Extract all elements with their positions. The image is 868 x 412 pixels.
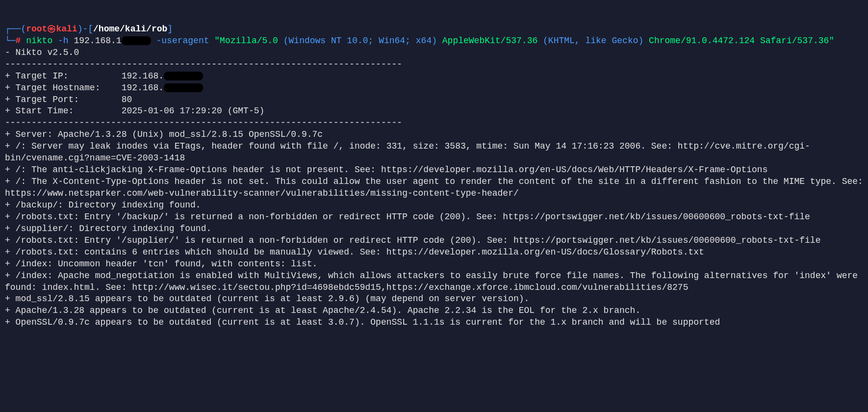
out-backup: + /backup/: Directory indexing found. — [5, 200, 201, 210]
out-xcontent: + /: The X-Content-Type-Options header i… — [5, 177, 868, 198]
out-supplier: + /supplier/: Directory indexing found. — [5, 224, 211, 233]
out-etag: + /: Server may leak inodes via ETags, h… — [5, 141, 810, 163]
out-modssl: + mod_ssl/2.8.15 appears to be outdated … — [5, 294, 529, 304]
out-start: + Start Time: 2025-01-06 17:29:20 (GMT-5… — [5, 106, 264, 116]
out-robots-entries: + /robots.txt: contains 6 entries which … — [5, 247, 704, 257]
cmd-ua-p1: (Windows NT 10.0; Win64; x64) — [283, 36, 437, 46]
redacted-tip — [164, 72, 203, 80]
out-div1: ----------------------------------------… — [5, 59, 402, 69]
cmd-ip: 192.168.1 — [74, 36, 121, 46]
out-apache: + Apache/1.3.28 appears to be outdated (… — [5, 306, 640, 315]
out-version: - Nikto v2.5.0 — [5, 48, 79, 57]
out-tport: + Target Port: 80 — [5, 95, 132, 104]
out-thost-val: 192.168. — [122, 83, 164, 93]
out-server: + Server: Apache/1.3.28 (Unix) mod_ssl/2… — [5, 129, 323, 139]
out-robots-backup: + /robots.txt: Entry '/backup/' is retur… — [5, 212, 810, 222]
prompt-user: root — [26, 24, 47, 34]
cmd-ua-3: Chrome/91.0.4472.124 Safari/537.36" — [643, 36, 834, 46]
out-index-tcn: + /index: Uncommon header 'tcn' found, w… — [5, 259, 317, 269]
out-tip-label: + Target IP: — [5, 71, 122, 81]
cmd-tool: nikto — [26, 36, 52, 46]
cmd-ua-p2: (KHTML, like Gecko) — [543, 36, 643, 46]
out-div2: ----------------------------------------… — [5, 118, 402, 128]
cmd-flag-ua: -useragent — [151, 36, 215, 46]
prompt-box-start: ┌──( — [5, 24, 26, 34]
out-xframe: + /: The anti-clickjacking X-Frame-Optio… — [5, 165, 767, 175]
prompt-host: kali — [56, 24, 77, 34]
terminal-output[interactable]: ┌──(root㉿kali)-[/home/kali/rob] └─# nikt… — [5, 24, 863, 329]
redacted-thost — [164, 83, 203, 92]
prompt-bracket: ] — [167, 24, 173, 34]
prompt-hash: # — [16, 36, 26, 46]
cmd-flag-h: -h — [52, 36, 74, 46]
cmd-ua-1: "Mozilla/5.0 — [214, 36, 283, 46]
cmd-ua-2: AppleWebKit/537.36 — [437, 36, 543, 46]
out-thost-label: + Target Hostname: — [5, 83, 122, 93]
out-index-neg: + /index: Apache mod_negotiation is enab… — [5, 271, 863, 292]
out-robots-supplier: + /robots.txt: Entry '/supplier/' is ret… — [5, 235, 820, 245]
out-tip-val: 192.168. — [122, 71, 164, 81]
prompt-at: ㉿ — [47, 24, 56, 34]
prompt-path: /home/kali/rob — [93, 24, 167, 34]
prompt-line2: └─ — [5, 36, 16, 46]
out-openssl: + OpenSSL/0.9.7c appears to be outdated … — [5, 317, 720, 327]
redacted-ip — [122, 36, 151, 45]
prompt-paren: )-[ — [77, 24, 93, 34]
